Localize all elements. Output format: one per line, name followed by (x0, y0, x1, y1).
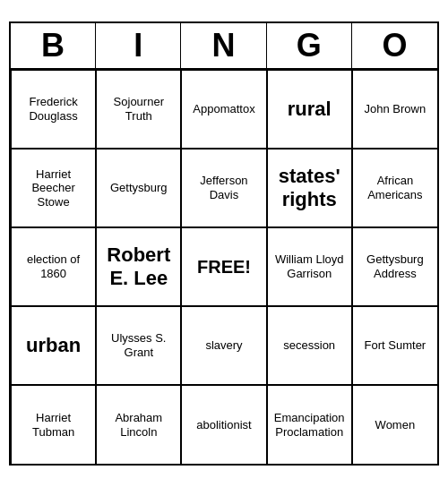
bingo-header: BINGO (11, 23, 437, 70)
bingo-cell-2: Appomattox (181, 70, 266, 149)
bingo-cell-19: Fort Sumter (352, 306, 437, 385)
bingo-cell-9: African Americans (352, 149, 437, 227)
bingo-cell-14: Gettysburg Address (352, 227, 437, 306)
bingo-cell-4: John Brown (352, 70, 437, 149)
bingo-cell-6: Gettysburg (96, 149, 181, 227)
bingo-card: BINGO Frederick DouglassSojourner TruthA… (9, 21, 439, 466)
bingo-cell-24: Women (352, 385, 437, 464)
header-letter-o: O (352, 23, 437, 68)
bingo-cell-16: Ulysses S. Grant (96, 306, 181, 385)
bingo-cell-1: Sojourner Truth (96, 70, 181, 149)
header-letter-n: N (181, 23, 266, 68)
bingo-cell-0: Frederick Douglass (11, 70, 96, 149)
bingo-cell-5: Harriet Beecher Stowe (11, 149, 96, 227)
header-letter-g: G (267, 23, 352, 68)
bingo-cell-23: Emancipation Proclamation (267, 385, 352, 464)
bingo-grid: Frederick DouglassSojourner TruthAppomat… (11, 70, 437, 464)
bingo-cell-3: rural (267, 70, 352, 149)
bingo-cell-12: FREE! (181, 227, 266, 306)
bingo-cell-22: abolitionist (181, 385, 266, 464)
header-letter-b: B (11, 23, 96, 68)
bingo-cell-11: Robert E. Lee (96, 227, 181, 306)
bingo-cell-13: William Lloyd Garrison (267, 227, 352, 306)
bingo-cell-17: slavery (181, 306, 266, 385)
header-letter-i: I (96, 23, 181, 68)
bingo-cell-18: secession (267, 306, 352, 385)
bingo-cell-20: Harriet Tubman (11, 385, 96, 464)
bingo-cell-8: states' rights (267, 149, 352, 227)
bingo-cell-15: urban (11, 306, 96, 385)
bingo-cell-21: Abraham Lincoln (96, 385, 181, 464)
bingo-cell-7: Jefferson Davis (181, 149, 266, 227)
bingo-cell-10: election of 1860 (11, 227, 96, 306)
